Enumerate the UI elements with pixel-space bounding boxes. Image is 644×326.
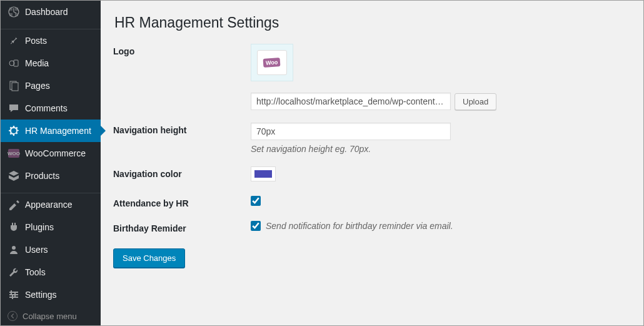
birthday-label: Birthday Remider (113, 221, 251, 233)
attendance-checkbox[interactable] (251, 196, 261, 206)
svg-rect-11 (12, 295, 13, 299)
nav-height-input[interactable] (251, 123, 451, 140)
sidebar-item-tools[interactable]: Tools (1, 261, 101, 283)
sidebar-label: Dashboard (25, 7, 68, 17)
gear-icon (8, 125, 20, 137)
sidebar-item-pages[interactable]: Pages (1, 74, 101, 97)
admin-sidebar: Dashboard Posts Media Pages Comments HR … (1, 1, 101, 325)
settings-icon (8, 288, 20, 301)
sidebar-item-comments[interactable]: Comments (1, 97, 101, 120)
pages-icon (8, 79, 20, 92)
sidebar-label: Media (25, 58, 49, 68)
sidebar-item-users[interactable]: Users (1, 238, 101, 261)
sidebar-label: Settings (25, 290, 57, 300)
sidebar-label: Pages (25, 81, 50, 91)
dashboard-icon (8, 6, 20, 18)
main-content: HR Management Settings Logo Woo Upload N… (101, 1, 643, 325)
upload-button[interactable]: Upload (455, 93, 496, 110)
sidebar-label: Comments (25, 103, 68, 113)
nav-color-label: Navigation color (113, 166, 251, 179)
sidebar-label: Users (25, 245, 48, 255)
users-icon (8, 243, 20, 256)
logo-preview[interactable]: Woo (251, 44, 293, 81)
sidebar-item-plugins[interactable]: Plugins (1, 216, 101, 238)
sidebar-label: WooCommerce (25, 148, 86, 158)
appearance-icon (8, 198, 20, 211)
svg-rect-4 (12, 83, 18, 91)
nav-height-desc: Set navigation height eg. 70px. (251, 144, 631, 154)
svg-rect-9 (11, 290, 12, 294)
pushpin-icon (8, 34, 20, 47)
logo-url-input[interactable] (251, 93, 451, 110)
nav-height-label: Navigation height (113, 123, 251, 135)
comments-icon (8, 102, 20, 115)
logo-label: Logo (113, 44, 251, 56)
plugins-icon (8, 221, 20, 233)
sidebar-item-media[interactable]: Media (1, 52, 101, 74)
svg-point-5 (12, 246, 16, 250)
sidebar-label: Tools (25, 267, 46, 277)
color-swatch-inner (254, 170, 272, 178)
page-title: HR Management Settings (114, 14, 631, 31)
sidebar-label: HR Management (25, 126, 91, 136)
woocommerce-icon: WOO (8, 147, 20, 160)
products-icon (8, 170, 20, 182)
sidebar-label: Posts (25, 36, 47, 46)
sidebar-item-products[interactable]: Products (1, 165, 101, 187)
media-icon (8, 57, 20, 69)
svg-rect-7 (9, 294, 18, 295)
svg-rect-10 (14, 293, 16, 297)
sidebar-item-woocommerce[interactable]: WOO WooCommerce (1, 142, 101, 165)
sidebar-label: Plugins (25, 222, 54, 232)
birthday-checkbox[interactable] (251, 221, 261, 231)
collapse-menu[interactable]: Collapse menu (1, 306, 101, 326)
sidebar-label: Products (25, 171, 59, 181)
save-button[interactable]: Save Changes (113, 248, 185, 268)
birthday-desc: Send notification for birthday reminder … (266, 221, 453, 231)
attendance-label: Attendance by HR (113, 196, 251, 208)
collapse-icon (8, 311, 18, 321)
sidebar-label: Appearance (25, 200, 73, 210)
sidebar-item-hr-management[interactable]: HR Management (1, 120, 101, 142)
sidebar-item-posts[interactable]: Posts (1, 29, 101, 52)
nav-color-picker[interactable] (251, 166, 276, 181)
sidebar-item-dashboard[interactable]: Dashboard (1, 1, 101, 23)
tools-icon (8, 266, 20, 278)
svg-rect-8 (9, 297, 18, 298)
sidebar-item-settings[interactable]: Settings (1, 283, 101, 306)
collapse-label: Collapse menu (23, 312, 77, 321)
sidebar-item-appearance[interactable]: Appearance (1, 193, 101, 216)
